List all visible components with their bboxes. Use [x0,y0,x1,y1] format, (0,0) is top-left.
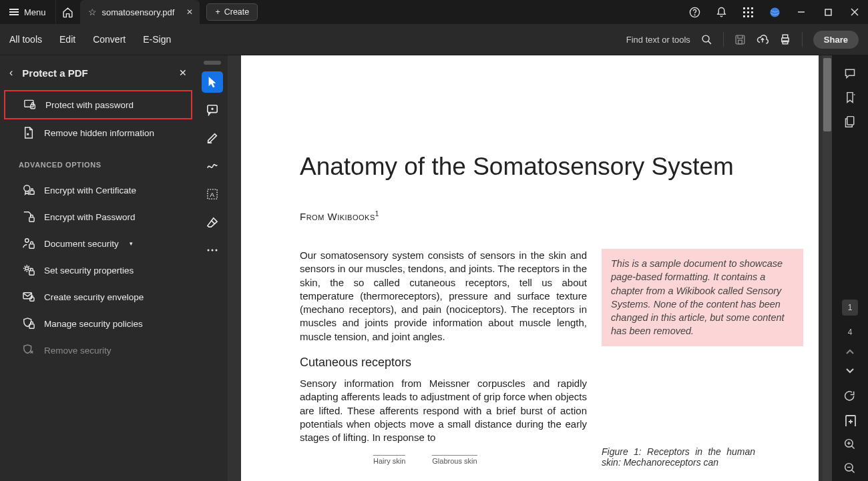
item-label: Create security envelope [44,292,144,302]
item-label: Remove security [44,346,112,356]
highlight-tool[interactable] [202,127,223,149]
hamburger-icon [9,9,19,15]
svg-rect-6 [747,11,749,13]
text-box-icon: A [207,189,218,199]
document-viewport[interactable]: Anatomy of the Somatosensory System From… [228,55,832,481]
item-label: Encrypt with Password [44,212,136,222]
search-icon[interactable] [701,34,712,45]
scrollbar-track[interactable] [823,55,832,481]
right-rail: 1 4 [832,55,868,481]
svg-line-17 [708,41,710,43]
grid-icon [743,7,753,17]
svg-rect-27 [29,217,34,221]
svg-rect-5 [743,11,745,13]
menu-button[interactable]: Menu [0,0,56,24]
draw-tool[interactable] [202,155,223,177]
convert-tab[interactable]: Convert [93,34,126,45]
remove-hidden-info[interactable]: Remove hidden information [0,119,196,146]
select-tool[interactable] [202,71,223,93]
freeform-icon [206,161,218,171]
highlighter-icon [206,132,218,144]
total-pages: 4 [848,328,853,337]
item-label: Remove hidden information [44,128,154,138]
window-minimize[interactable] [788,0,815,24]
pages-icon[interactable] [844,115,856,127]
item-label: Encrypt with Certificate [44,185,136,195]
panel-close-icon[interactable]: ✕ [179,67,187,78]
account-button[interactable] [761,0,788,24]
bell-icon [716,7,727,18]
encrypt-certificate[interactable]: Encrypt with Certificate [0,177,196,203]
set-security-properties[interactable]: Set security properties [0,257,196,284]
figure-labels: Hairy skinGlabrous skin [373,455,587,466]
svg-text:A: A [210,191,214,198]
bookmark-icon[interactable] [844,91,856,103]
unlock-x-icon [23,344,35,356]
current-page-indicator[interactable]: 1 [842,300,858,316]
maximize-icon [825,9,832,16]
all-tools-tab[interactable]: All tools [9,34,42,45]
drag-handle[interactable] [204,61,221,65]
window-close[interactable] [841,0,868,24]
esign-tab[interactable]: E-Sign [143,34,171,45]
chevron-down-icon[interactable] [845,368,855,374]
svg-rect-41 [847,117,854,125]
chat-icon[interactable] [844,67,856,79]
apps-button[interactable] [734,0,761,24]
edit-tab[interactable]: Edit [59,34,75,45]
zoom-out-icon[interactable] [844,462,856,474]
svg-rect-31 [29,271,34,275]
svg-rect-9 [747,15,749,17]
item-label: Document security [44,239,119,249]
globe-icon [769,7,781,18]
svg-rect-19 [738,40,742,44]
window-maximize[interactable] [815,0,841,24]
svg-rect-2 [743,7,745,9]
notifications-button[interactable] [708,0,734,24]
create-button[interactable]: + Create [206,3,258,21]
rotate-icon[interactable] [844,390,856,402]
svg-point-30 [25,267,29,270]
document-tab[interactable]: ☆ somatosensory.pdf ✕ [80,0,200,24]
panel-title: Protect a PDF [22,67,179,79]
eraser-icon [206,217,218,227]
print-icon[interactable] [779,33,791,45]
svg-rect-3 [747,7,749,9]
certificate-lock-icon [23,184,35,196]
help-button[interactable] [681,0,708,24]
callout-note: This is a sample document to showcase pa… [602,249,803,346]
encrypt-password[interactable]: Encrypt with Password [0,203,196,230]
svg-point-25 [24,185,30,191]
item-label: Manage security policies [44,319,143,329]
page-fit-icon[interactable] [844,414,856,426]
eraser-tool[interactable] [202,211,223,233]
back-button[interactable]: ‹ [9,67,13,79]
chevron-up-icon[interactable] [845,349,855,356]
scrollbar-thumb[interactable] [823,58,831,131]
more-tools[interactable] [202,239,223,261]
home-button[interactable] [56,0,80,24]
protect-with-password[interactable]: Protect with password [4,90,192,119]
quick-tools: A [196,55,228,481]
comment-icon [206,104,218,116]
star-icon[interactable]: ☆ [88,7,97,17]
tab-close-icon[interactable]: ✕ [186,7,193,17]
search-hint[interactable]: Find text or tools [626,35,690,45]
lock-screen-icon [24,99,36,111]
text-select-tool[interactable]: A [202,183,223,205]
share-button[interactable]: Share [813,31,859,49]
tab-title: somatosensory.pdf [102,7,175,17]
zoom-in-icon[interactable] [844,438,856,450]
protect-panel: ‹ Protect a PDF ✕ Protect with password … [0,55,196,481]
comment-tool[interactable] [202,99,223,121]
svg-rect-7 [751,11,753,13]
save-icon[interactable] [734,34,746,45]
paragraph: Our somatosensory system consists of sen… [300,249,587,344]
cloud-upload-icon[interactable] [756,33,769,45]
document-lock-icon [23,211,35,223]
manage-security-policies[interactable]: Manage security policies [0,310,196,337]
document-security[interactable]: Document security ▾ [0,230,196,257]
separator [802,32,803,47]
create-security-envelope[interactable]: Create security envelope [0,284,196,310]
svg-point-16 [702,35,709,42]
